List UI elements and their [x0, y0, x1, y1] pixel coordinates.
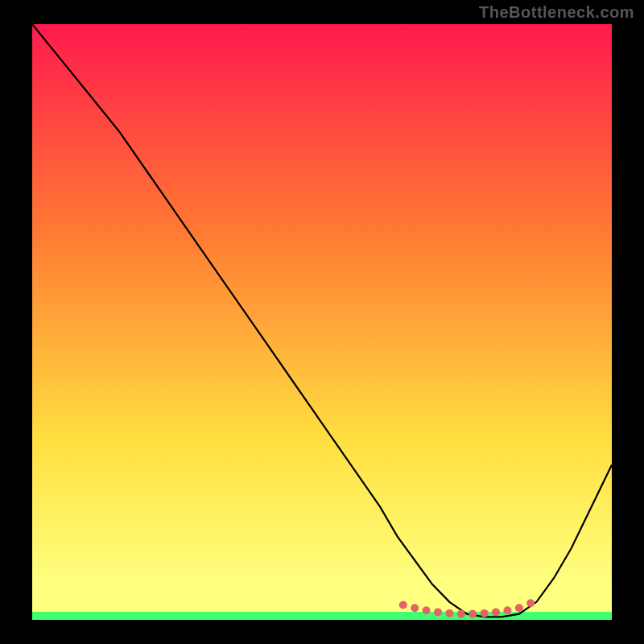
background-gradient [32, 24, 612, 620]
marker-dot [445, 609, 453, 617]
marker-dot [515, 604, 523, 612]
marker-dot [457, 610, 465, 618]
green-band [32, 612, 612, 620]
marker-dot [423, 606, 431, 614]
marker-dot [492, 608, 500, 616]
marker-dot [481, 609, 489, 617]
plot-area [32, 24, 612, 620]
marker-dot [503, 606, 511, 614]
marker-dot [526, 599, 535, 607]
marker-dot [399, 601, 407, 609]
marker-dot [469, 610, 477, 618]
watermark-text: TheBottleneck.com [479, 3, 634, 22]
marker-dot [411, 604, 419, 612]
chart-svg [32, 24, 612, 620]
marker-dot [434, 608, 442, 616]
chart-container: TheBottleneck.com [0, 0, 644, 644]
